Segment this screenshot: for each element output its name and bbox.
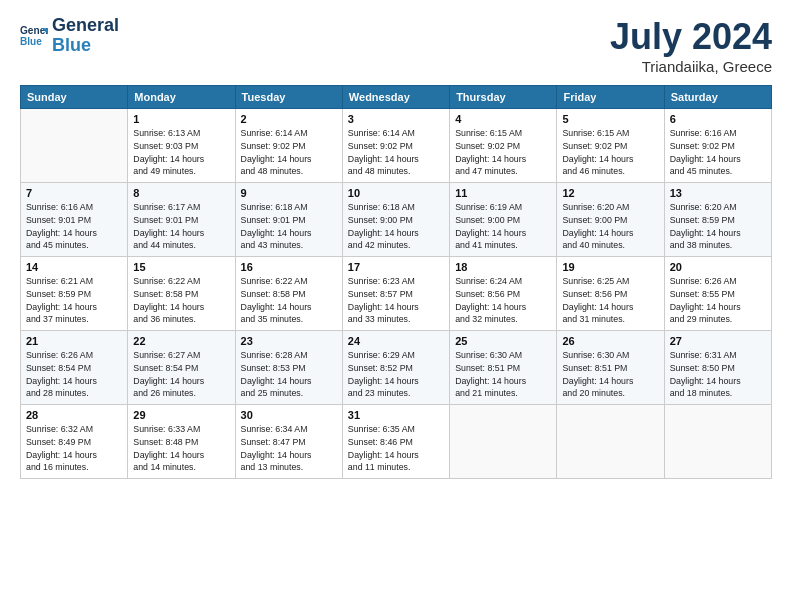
logo-icon: General Blue (20, 22, 48, 50)
calendar-cell: 30Sunrise: 6:34 AM Sunset: 8:47 PM Dayli… (235, 405, 342, 479)
day-number: 18 (455, 261, 551, 273)
calendar-cell: 19Sunrise: 6:25 AM Sunset: 8:56 PM Dayli… (557, 257, 664, 331)
calendar-cell (21, 109, 128, 183)
calendar-cell: 11Sunrise: 6:19 AM Sunset: 9:00 PM Dayli… (450, 183, 557, 257)
day-number: 8 (133, 187, 229, 199)
day-number: 24 (348, 335, 444, 347)
day-number: 27 (670, 335, 766, 347)
calendar-cell: 23Sunrise: 6:28 AM Sunset: 8:53 PM Dayli… (235, 331, 342, 405)
day-info: Sunrise: 6:34 AM Sunset: 8:47 PM Dayligh… (241, 423, 337, 474)
day-info: Sunrise: 6:29 AM Sunset: 8:52 PM Dayligh… (348, 349, 444, 400)
day-info: Sunrise: 6:18 AM Sunset: 9:01 PM Dayligh… (241, 201, 337, 252)
location-title: Triandaiika, Greece (610, 58, 772, 75)
calendar-cell: 18Sunrise: 6:24 AM Sunset: 8:56 PM Dayli… (450, 257, 557, 331)
day-number: 13 (670, 187, 766, 199)
calendar-cell: 25Sunrise: 6:30 AM Sunset: 8:51 PM Dayli… (450, 331, 557, 405)
header: General Blue GeneralBlue July 2024 Trian… (20, 16, 772, 75)
day-info: Sunrise: 6:22 AM Sunset: 8:58 PM Dayligh… (241, 275, 337, 326)
day-number: 4 (455, 113, 551, 125)
day-number: 12 (562, 187, 658, 199)
week-row-1: 7Sunrise: 6:16 AM Sunset: 9:01 PM Daylig… (21, 183, 772, 257)
day-number: 28 (26, 409, 122, 421)
calendar-cell: 5Sunrise: 6:15 AM Sunset: 9:02 PM Daylig… (557, 109, 664, 183)
svg-text:Blue: Blue (20, 36, 42, 47)
day-number: 26 (562, 335, 658, 347)
calendar-cell: 7Sunrise: 6:16 AM Sunset: 9:01 PM Daylig… (21, 183, 128, 257)
logo: General Blue GeneralBlue (20, 16, 119, 56)
day-number: 25 (455, 335, 551, 347)
calendar-cell: 21Sunrise: 6:26 AM Sunset: 8:54 PM Dayli… (21, 331, 128, 405)
calendar-cell (450, 405, 557, 479)
calendar-cell (557, 405, 664, 479)
calendar-cell: 29Sunrise: 6:33 AM Sunset: 8:48 PM Dayli… (128, 405, 235, 479)
day-number: 31 (348, 409, 444, 421)
week-row-0: 1Sunrise: 6:13 AM Sunset: 9:03 PM Daylig… (21, 109, 772, 183)
calendar-cell: 8Sunrise: 6:17 AM Sunset: 9:01 PM Daylig… (128, 183, 235, 257)
day-number: 22 (133, 335, 229, 347)
col-header-sunday: Sunday (21, 86, 128, 109)
calendar-cell: 17Sunrise: 6:23 AM Sunset: 8:57 PM Dayli… (342, 257, 449, 331)
day-info: Sunrise: 6:15 AM Sunset: 9:02 PM Dayligh… (562, 127, 658, 178)
col-header-wednesday: Wednesday (342, 86, 449, 109)
calendar-header-row: SundayMondayTuesdayWednesdayThursdayFrid… (21, 86, 772, 109)
day-number: 1 (133, 113, 229, 125)
day-number: 29 (133, 409, 229, 421)
day-info: Sunrise: 6:15 AM Sunset: 9:02 PM Dayligh… (455, 127, 551, 178)
calendar-cell: 12Sunrise: 6:20 AM Sunset: 9:00 PM Dayli… (557, 183, 664, 257)
calendar-cell: 14Sunrise: 6:21 AM Sunset: 8:59 PM Dayli… (21, 257, 128, 331)
calendar-cell: 16Sunrise: 6:22 AM Sunset: 8:58 PM Dayli… (235, 257, 342, 331)
day-info: Sunrise: 6:27 AM Sunset: 8:54 PM Dayligh… (133, 349, 229, 400)
calendar-cell: 2Sunrise: 6:14 AM Sunset: 9:02 PM Daylig… (235, 109, 342, 183)
day-info: Sunrise: 6:13 AM Sunset: 9:03 PM Dayligh… (133, 127, 229, 178)
day-number: 30 (241, 409, 337, 421)
day-info: Sunrise: 6:26 AM Sunset: 8:55 PM Dayligh… (670, 275, 766, 326)
day-info: Sunrise: 6:30 AM Sunset: 8:51 PM Dayligh… (455, 349, 551, 400)
calendar-cell: 6Sunrise: 6:16 AM Sunset: 9:02 PM Daylig… (664, 109, 771, 183)
week-row-2: 14Sunrise: 6:21 AM Sunset: 8:59 PM Dayli… (21, 257, 772, 331)
calendar-cell: 4Sunrise: 6:15 AM Sunset: 9:02 PM Daylig… (450, 109, 557, 183)
week-row-3: 21Sunrise: 6:26 AM Sunset: 8:54 PM Dayli… (21, 331, 772, 405)
calendar-cell: 15Sunrise: 6:22 AM Sunset: 8:58 PM Dayli… (128, 257, 235, 331)
title-block: July 2024 Triandaiika, Greece (610, 16, 772, 75)
calendar-cell: 13Sunrise: 6:20 AM Sunset: 8:59 PM Dayli… (664, 183, 771, 257)
day-number: 7 (26, 187, 122, 199)
day-info: Sunrise: 6:35 AM Sunset: 8:46 PM Dayligh… (348, 423, 444, 474)
calendar-cell: 28Sunrise: 6:32 AM Sunset: 8:49 PM Dayli… (21, 405, 128, 479)
day-info: Sunrise: 6:23 AM Sunset: 8:57 PM Dayligh… (348, 275, 444, 326)
col-header-monday: Monday (128, 86, 235, 109)
day-info: Sunrise: 6:14 AM Sunset: 9:02 PM Dayligh… (348, 127, 444, 178)
day-info: Sunrise: 6:16 AM Sunset: 9:02 PM Dayligh… (670, 127, 766, 178)
week-row-4: 28Sunrise: 6:32 AM Sunset: 8:49 PM Dayli… (21, 405, 772, 479)
month-title: July 2024 (610, 16, 772, 58)
day-info: Sunrise: 6:30 AM Sunset: 8:51 PM Dayligh… (562, 349, 658, 400)
day-number: 11 (455, 187, 551, 199)
day-number: 9 (241, 187, 337, 199)
calendar-cell: 27Sunrise: 6:31 AM Sunset: 8:50 PM Dayli… (664, 331, 771, 405)
day-number: 19 (562, 261, 658, 273)
day-number: 5 (562, 113, 658, 125)
col-header-tuesday: Tuesday (235, 86, 342, 109)
day-number: 15 (133, 261, 229, 273)
calendar-cell: 10Sunrise: 6:18 AM Sunset: 9:00 PM Dayli… (342, 183, 449, 257)
calendar-cell (664, 405, 771, 479)
day-info: Sunrise: 6:25 AM Sunset: 8:56 PM Dayligh… (562, 275, 658, 326)
day-info: Sunrise: 6:28 AM Sunset: 8:53 PM Dayligh… (241, 349, 337, 400)
day-info: Sunrise: 6:17 AM Sunset: 9:01 PM Dayligh… (133, 201, 229, 252)
day-info: Sunrise: 6:31 AM Sunset: 8:50 PM Dayligh… (670, 349, 766, 400)
day-number: 3 (348, 113, 444, 125)
day-info: Sunrise: 6:21 AM Sunset: 8:59 PM Dayligh… (26, 275, 122, 326)
col-header-saturday: Saturday (664, 86, 771, 109)
day-info: Sunrise: 6:24 AM Sunset: 8:56 PM Dayligh… (455, 275, 551, 326)
day-info: Sunrise: 6:18 AM Sunset: 9:00 PM Dayligh… (348, 201, 444, 252)
col-header-friday: Friday (557, 86, 664, 109)
calendar-cell: 20Sunrise: 6:26 AM Sunset: 8:55 PM Dayli… (664, 257, 771, 331)
day-number: 21 (26, 335, 122, 347)
day-info: Sunrise: 6:20 AM Sunset: 9:00 PM Dayligh… (562, 201, 658, 252)
day-number: 14 (26, 261, 122, 273)
day-number: 16 (241, 261, 337, 273)
day-number: 10 (348, 187, 444, 199)
day-number: 2 (241, 113, 337, 125)
day-info: Sunrise: 6:14 AM Sunset: 9:02 PM Dayligh… (241, 127, 337, 178)
day-number: 20 (670, 261, 766, 273)
col-header-thursday: Thursday (450, 86, 557, 109)
